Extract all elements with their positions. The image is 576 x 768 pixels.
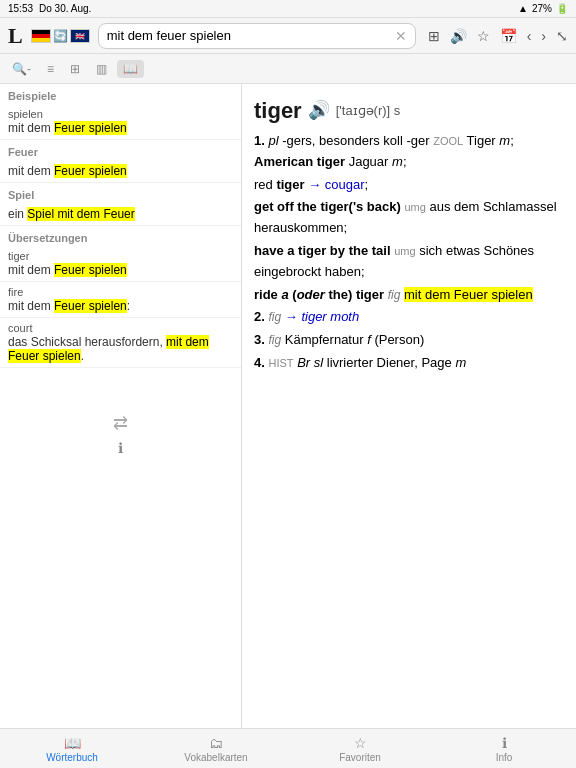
status-bar: 15:53 Do 30. Aug. ▲ 27% 🔋 (0, 0, 576, 18)
list-item[interactable]: tiger mit dem Feuer spielen (0, 246, 241, 282)
item-label: court (8, 322, 233, 334)
def-text-red: red tiger → cougar; (254, 177, 368, 192)
forward-icon[interactable]: › (541, 28, 546, 44)
def-text-1: pl -gers, besonders koll -ger ZOOL Tiger… (254, 133, 514, 169)
def-text-ride: fig mit dem Feuer spielen (388, 287, 533, 302)
def-line-4: 4. HIST Br sl livrierter Diener, Page m (254, 353, 564, 374)
def-line-get-off: get off the tiger('s back) umg aus dem S… (254, 197, 564, 239)
list-item[interactable]: mit dem Feuer spielen (0, 160, 241, 183)
def-num-1: 1. (254, 133, 265, 148)
list-item[interactable]: spielen mit dem Feuer spielen (0, 104, 241, 140)
star-toolbar-icon[interactable]: ☆ (477, 28, 490, 44)
zoom-out-icon[interactable]: 🔍- (6, 60, 37, 78)
calendar-icon[interactable]: 📅 (500, 28, 517, 44)
nav-favoriten[interactable]: ☆ Favoriten (288, 729, 432, 768)
def-line-3: 3. fig Kämpfernatur f (Person) (254, 330, 564, 351)
battery-level: 27% (532, 3, 552, 14)
phrase-getoff: get off the tiger('s back) (254, 199, 401, 214)
main-content: Beispiele spielen mit dem Feuer spielen … (0, 84, 576, 728)
item-label: fire (8, 286, 233, 298)
section-beispiele: Beispiele (0, 84, 241, 104)
pronunciation: ['taɪɡə(r)] s (336, 101, 401, 121)
split-view-icon[interactable]: ▥ (90, 60, 113, 78)
flag-icons: 🔄 🇬🇧 (31, 29, 90, 43)
def-line-red-tiger: red tiger → cougar; (254, 175, 564, 196)
wifi-icon: ▲ (518, 3, 528, 14)
right-panel: tiger 🔊 ['taɪɡə(r)] s 1. pl -gers, beson… (242, 84, 576, 728)
flag-german[interactable] (31, 29, 51, 43)
top-toolbar: L 🔄 🇬🇧 ✕ ⊞ 🔊 ☆ 📅 ‹ › ⤡ (0, 18, 576, 54)
speaker-icon[interactable]: 🔊 (308, 97, 330, 124)
grid-view-icon[interactable]: ⊞ (64, 60, 86, 78)
section-feuer: Feuer (0, 140, 241, 160)
search-input[interactable] (107, 28, 395, 43)
nav-label-vokabelkarten: Vokabelkarten (184, 752, 247, 763)
word-title: tiger (254, 94, 302, 127)
battery-icon: 🔋 (556, 3, 568, 14)
nav-vokabelkarten[interactable]: 🗂 Vokabelkarten (144, 729, 288, 768)
nav-info[interactable]: ℹ Info (432, 729, 576, 768)
status-date: Do 30. Aug. (39, 3, 91, 14)
toolbar-icons: ⊞ 🔊 ☆ 📅 ‹ › ⤡ (428, 28, 568, 44)
item-label: tiger (8, 250, 233, 262)
list-view-icon[interactable]: ≡ (41, 60, 60, 78)
flag-separator: 🔄 (53, 29, 68, 43)
def-text-3: fig Kämpfernatur f (Person) (268, 332, 424, 347)
scroll-hint-left: ⇄ (0, 408, 241, 438)
def-num-2: 2. (254, 309, 265, 324)
def-line-have-tiger: have a tiger by the tail umg sich etwas … (254, 241, 564, 283)
phrase-havetiger: have a tiger by the tail (254, 243, 391, 258)
nav-label-favoriten: Favoriten (339, 752, 381, 763)
item-text: mit dem Feuer spielen (8, 121, 233, 135)
list-item[interactable]: fire mit dem Feuer spielen: (0, 282, 241, 318)
nav-label-info: Info (496, 752, 513, 763)
book-view-icon[interactable]: 📖 (117, 60, 144, 78)
definition-body: 1. pl -gers, besonders koll -ger ZOOL Ti… (254, 131, 564, 374)
search-bar[interactable]: ✕ (98, 23, 416, 49)
status-time: 15:53 (8, 3, 33, 14)
table-icon[interactable]: ⊞ (428, 28, 440, 44)
second-toolbar: 🔍- ≡ ⊞ ▥ 📖 (0, 54, 576, 84)
section-translations: Übersetzungen (0, 226, 241, 246)
nav-woerterbuch[interactable]: 📖 Wörterbuch (0, 729, 144, 768)
speaker-toolbar-icon[interactable]: 🔊 (450, 28, 467, 44)
item-text: mit dem Feuer spielen (8, 263, 233, 277)
def-text-4: HIST Br sl livrierter Diener, Page m (268, 355, 466, 370)
phrase-ride: ride a (oder the) tiger (254, 287, 384, 302)
def-line-ride: ride a (oder the) tiger fig mit dem Feue… (254, 285, 564, 306)
info-nav-icon: ℹ (502, 735, 507, 751)
def-num-3: 3. (254, 332, 265, 347)
def-num-4: 4. (254, 355, 265, 370)
section-spiel: Spiel (0, 183, 241, 203)
expand-icon[interactable]: ⤡ (556, 28, 568, 44)
item-text: mit dem Feuer spielen: (8, 299, 233, 313)
def-line-1: 1. pl -gers, besonders koll -ger ZOOL Ti… (254, 131, 564, 173)
book-nav-icon: 📖 (64, 735, 81, 751)
cards-nav-icon: 🗂 (209, 735, 223, 751)
nav-label-woerterbuch: Wörterbuch (46, 752, 98, 763)
flag-uk[interactable]: 🇬🇧 (70, 29, 90, 43)
clear-icon[interactable]: ✕ (395, 28, 407, 44)
left-panel: Beispiele spielen mit dem Feuer spielen … (0, 84, 242, 728)
list-item[interactable]: ein Spiel mit dem Feuer (0, 203, 241, 226)
item-label: spielen (8, 108, 233, 120)
item-text: ein Spiel mit dem Feuer (8, 207, 233, 221)
back-icon[interactable]: ‹ (527, 28, 532, 44)
star-nav-icon: ☆ (354, 735, 367, 751)
info-icon-left: ℹ (0, 438, 241, 458)
def-line-2: 2. fig → tiger moth (254, 307, 564, 328)
item-text: mit dem Feuer spielen (8, 164, 233, 178)
word-header: tiger 🔊 ['taɪɡə(r)] s (254, 94, 564, 127)
app-logo[interactable]: L (8, 23, 23, 49)
list-item[interactable]: court das Schicksal herausfordern, mit d… (0, 318, 241, 368)
item-text: das Schicksal herausfordern, mit dem Feu… (8, 335, 233, 363)
bottom-nav: 📖 Wörterbuch 🗂 Vokabelkarten ☆ Favoriten… (0, 728, 576, 768)
def-text-2: fig → tiger moth (268, 309, 359, 324)
